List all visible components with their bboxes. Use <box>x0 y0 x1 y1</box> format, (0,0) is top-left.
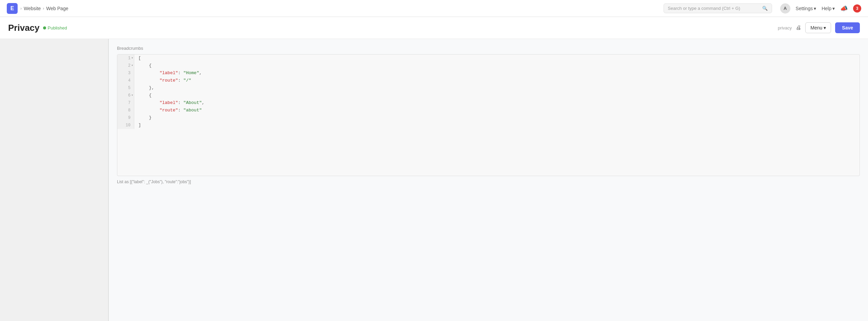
breadcrumb-website[interactable]: Website <box>24 6 41 11</box>
app-icon[interactable]: E <box>7 3 18 14</box>
code-line-2: 2▾ { <box>117 62 860 69</box>
code-line-5: 5 }, <box>117 84 860 92</box>
json-string-4: "/" <box>183 78 191 83</box>
help-chevron-icon: ▾ <box>832 6 835 11</box>
line-num-1: 1▾ <box>117 55 134 62</box>
search-bar[interactable]: Search or type a command (Ctrl + G) 🔍 <box>664 3 772 13</box>
json-string-3: "Home" <box>183 70 199 76</box>
code-line-6: 6▾ { <box>117 92 860 99</box>
chevron-icon-1: › <box>20 6 22 11</box>
chevron-icon-2: › <box>43 6 44 11</box>
code-line-3: 3 "label": "Home", <box>117 69 860 77</box>
header-actions: privacy 🖨 Menu ▾ Save <box>778 22 860 33</box>
line-content-1: [ <box>134 55 145 62</box>
breadcrumb-nav: › Website › Web Page <box>20 6 68 11</box>
print-button[interactable]: 🖨 <box>796 25 801 31</box>
menu-label: Menu <box>810 25 822 30</box>
avatar[interactable]: A <box>780 3 790 14</box>
search-placeholder-text: Search or type a command (Ctrl + G) <box>668 6 741 11</box>
page-title: Privacy <box>8 23 40 33</box>
line-num-3: 3 <box>117 69 134 77</box>
help-button[interactable]: Help ▾ <box>822 6 835 11</box>
code-line-1: 1▾ [ <box>117 55 860 62</box>
section-label: Breadcrumbs <box>117 46 860 51</box>
line-content-7: "label": "About", <box>134 99 209 107</box>
main-layout: Breadcrumbs 1▾ [ 2▾ { 3 "label": "Home",… <box>0 39 868 321</box>
line-content-3: "label": "Home", <box>134 69 206 77</box>
page-header: Privacy Published privacy 🖨 Menu ▾ Save <box>0 17 868 39</box>
bottom-hint: List as [{"label": _("Jobs"), "route":"j… <box>117 179 860 184</box>
help-label: Help <box>822 6 831 11</box>
status-label: Published <box>48 25 67 30</box>
json-string-8: "about" <box>183 108 202 113</box>
fold-arrow-6[interactable]: ▾ <box>131 92 133 99</box>
search-icon: 🔍 <box>762 6 768 11</box>
line-num-5: 5 <box>117 84 134 92</box>
code-line-10: 10 ] <box>117 122 860 129</box>
line-num-4: 4 <box>117 77 134 84</box>
line-content-2: { <box>134 62 156 69</box>
left-panel <box>0 39 108 321</box>
line-num-6: 6▾ <box>117 92 134 99</box>
line-num-8: 8 <box>117 107 134 114</box>
menu-chevron-icon: ▾ <box>824 25 826 30</box>
line-num-10: 10 <box>117 122 134 129</box>
page-title-area: Privacy Published <box>8 23 67 33</box>
settings-label: Settings <box>796 6 813 11</box>
code-line-9: 9 } <box>117 114 860 122</box>
topnav: E › Website › Web Page Search or type a … <box>0 0 868 17</box>
json-key-8: "route" <box>159 108 178 113</box>
code-line-4: 4 "route": "/" <box>117 77 860 84</box>
status-dot <box>43 26 46 29</box>
save-button[interactable]: Save <box>835 22 860 33</box>
status-badge: Published <box>43 25 67 30</box>
line-content-9: } <box>134 114 156 122</box>
editor-area: Breadcrumbs 1▾ [ 2▾ { 3 "label": "Home",… <box>109 39 868 321</box>
json-key-7: "label" <box>159 100 178 105</box>
json-string-7: "About" <box>183 100 202 105</box>
slug-label: privacy <box>778 25 792 30</box>
line-content-10: ] <box>134 122 145 129</box>
breadcrumb-webpage[interactable]: Web Page <box>46 6 68 11</box>
megaphone-icon[interactable]: 📣 <box>840 5 848 12</box>
line-content-6: { <box>134 92 156 99</box>
line-content-8: "route": "about" <box>134 107 206 114</box>
notification-badge[interactable]: 3 <box>853 4 861 13</box>
code-line-7: 7 "label": "About", <box>117 99 860 107</box>
line-num-2: 2▾ <box>117 62 134 69</box>
settings-chevron-icon: ▾ <box>814 6 816 11</box>
line-content-5: }, <box>134 84 158 92</box>
json-key-4: "route" <box>159 78 178 83</box>
code-line-8: 8 "route": "about" <box>117 107 860 114</box>
settings-button[interactable]: Settings ▾ <box>796 6 816 11</box>
line-content-4: "route": "/" <box>134 77 195 84</box>
fold-arrow-1[interactable]: ▾ <box>131 55 133 62</box>
json-key-3: "label" <box>159 70 178 76</box>
code-editor[interactable]: 1▾ [ 2▾ { 3 "label": "Home", 4 "route": … <box>117 54 860 176</box>
nav-right: A Settings ▾ Help ▾ 📣 3 <box>780 3 861 14</box>
line-num-7: 7 <box>117 99 134 107</box>
line-num-9: 9 <box>117 114 134 122</box>
menu-button[interactable]: Menu ▾ <box>805 22 831 33</box>
fold-arrow-2[interactable]: ▾ <box>131 62 133 69</box>
